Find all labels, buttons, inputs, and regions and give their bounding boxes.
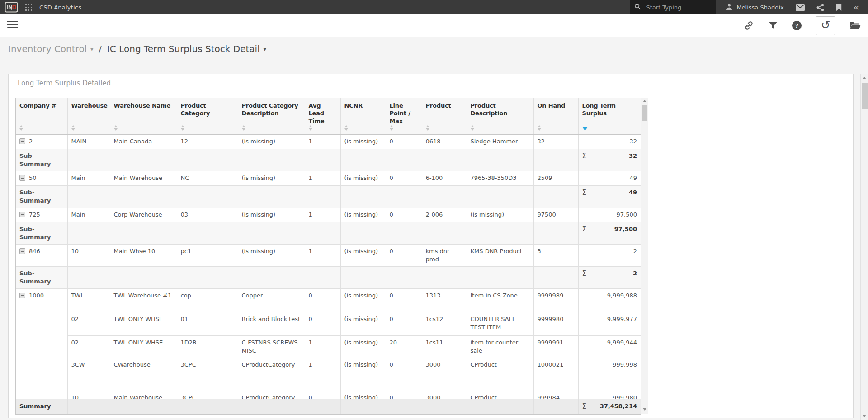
page-scrollbar-thumb[interactable] [862, 83, 868, 109]
breadcrumb-section-dropdown[interactable]: Inventory Control ▾ [8, 43, 93, 54]
infor-logo-icon[interactable] [5, 2, 18, 13]
column-header-company[interactable]: Company # [16, 98, 67, 134]
user-menu[interactable]: Melissa Shaddix [726, 3, 783, 12]
collapse-row-icon[interactable] [19, 138, 25, 144]
sort-desc-active-icon[interactable] [582, 127, 588, 131]
cell-line-point-max: 0 [386, 391, 422, 399]
cell-ncnr: (is missing) [340, 358, 386, 391]
app-grid-icon[interactable] [25, 4, 32, 11]
cell-product-category-description: CProductCategory [238, 358, 305, 391]
page-toolbar: ? ↺ [0, 14, 868, 37]
sort-toggle-icon[interactable] [181, 125, 184, 131]
cell-warehouse: 10 [67, 391, 110, 399]
column-label: Product Category Description [242, 102, 301, 117]
column-label: NCNR [344, 102, 382, 109]
sort-toggle-icon[interactable] [426, 125, 429, 131]
cell-product-category: 3CPC [177, 391, 238, 399]
menu-icon[interactable] [7, 21, 18, 30]
cell-product-category: 01 [177, 312, 238, 336]
filter-icon[interactable] [769, 21, 778, 30]
column-header-warehouse[interactable]: Warehouse [67, 98, 110, 134]
cell-avg-lead-time: 0 [305, 312, 340, 336]
company-number: 2 [29, 138, 33, 145]
column-header-long-term-surplus[interactable]: Long Term Surplus [578, 98, 641, 134]
column-header-product[interactable]: Product [422, 98, 467, 134]
cell-product-description: COUNTER SALE TEST ITEM [467, 312, 533, 336]
company-number: 1000 [29, 292, 44, 299]
sort-toggle-icon[interactable] [71, 125, 75, 131]
cell-empty [422, 267, 467, 289]
collapse-row-icon[interactable] [19, 212, 25, 217]
collapse-row-icon[interactable] [19, 293, 25, 298]
column-header-product-category-description[interactable]: Product Category Description [238, 98, 305, 134]
sub-summary-label: Sub-Summary [16, 222, 67, 245]
link-icon[interactable] [744, 20, 754, 31]
cell-empty [422, 399, 467, 414]
cell-empty [67, 149, 110, 171]
cell-empty [533, 186, 578, 208]
cell-line-point-max: 0 [386, 289, 422, 312]
breadcrumb-section-label: Inventory Control [8, 43, 87, 54]
column-header-product-description[interactable]: Product Description [467, 98, 533, 134]
sort-toggle-icon[interactable] [390, 125, 393, 131]
column-header-product-category[interactable]: Product Category [177, 98, 238, 134]
cell-product: 0618 [422, 135, 467, 149]
sort-toggle-icon[interactable] [242, 125, 245, 131]
share-icon[interactable] [816, 4, 824, 11]
scroll-up-icon[interactable] [641, 98, 648, 104]
sort-toggle-icon[interactable] [19, 125, 23, 131]
collapse-row-icon[interactable] [19, 248, 25, 254]
grid-body-viewport: 2MAINMain Canada12(is missing)1(is missi… [16, 135, 641, 399]
table-row: 1000TWLTWL Warehouse #1copCopper0(is mis… [16, 289, 641, 312]
cell-company: 1000 [16, 289, 67, 399]
cell-empty [177, 267, 238, 289]
sort-toggle-icon[interactable] [538, 125, 541, 131]
cell-product-description: KMS DNR Product [467, 245, 533, 267]
collapse-panel-icon[interactable]: « [854, 3, 859, 12]
cell-empty [533, 399, 578, 414]
cell-empty [177, 222, 238, 245]
scroll-down-icon[interactable] [861, 413, 868, 419]
table-scrollbar-thumb[interactable] [642, 105, 647, 121]
cell-empty [386, 149, 422, 171]
mail-icon[interactable] [796, 4, 805, 11]
column-header-on-hand[interactable]: On Hand [533, 98, 578, 134]
help-icon[interactable]: ? [792, 21, 802, 30]
table-scrollbar[interactable] [641, 98, 648, 414]
cell-product-description: CProduct [467, 391, 533, 399]
cell-empty [110, 399, 177, 414]
cell-line-point-max: 0 [386, 171, 422, 186]
reset-button[interactable]: ↺ [816, 16, 835, 35]
folder-icon[interactable] [849, 21, 861, 30]
cell-on-hand: 3 [533, 245, 578, 267]
sort-toggle-icon[interactable] [471, 125, 474, 131]
cell-product-description: (is missing) [467, 208, 533, 222]
scroll-up-icon[interactable] [861, 75, 868, 81]
cell-on-hand: 32 [533, 135, 578, 149]
cell-empty [467, 399, 533, 414]
cell-product: 6-100 [422, 171, 467, 186]
sigma-icon: Σ [582, 189, 586, 197]
cell-company: 846 [16, 245, 67, 267]
breadcrumb-page-dropdown[interactable]: IC Long Term Surplus Stock Detail ▾ [107, 43, 266, 54]
sort-toggle-icon[interactable] [344, 125, 348, 131]
cell-product-category-description: (is missing) [238, 135, 305, 149]
sort-toggle-icon[interactable] [114, 125, 118, 131]
cell-empty [110, 186, 177, 208]
sub-summary-label: Sub-Summary [16, 149, 67, 171]
page-scrollbar[interactable] [860, 74, 868, 420]
column-header-line-point-max[interactable]: Line Point / Max [386, 98, 422, 134]
scroll-down-icon[interactable] [641, 406, 648, 412]
search-input[interactable] [645, 4, 708, 11]
global-search[interactable] [630, 0, 716, 14]
column-header-avg-lead-time[interactable]: Avg Lead Time [305, 98, 340, 134]
sort-toggle-icon[interactable] [309, 125, 312, 131]
column-header-warehouse-name[interactable]: Warehouse Name [110, 98, 177, 134]
cell-empty [305, 186, 340, 208]
collapse-row-icon[interactable] [19, 175, 25, 181]
table-row: 02TWL ONLY WHSE1D2RC-FSTNRS SCREWS MISC1… [16, 336, 641, 358]
cell-empty [340, 149, 386, 171]
cell-long-term-surplus: 9,999,988 [578, 289, 641, 312]
bookmark-icon[interactable] [836, 4, 842, 11]
column-header-ncnr[interactable]: NCNR [340, 98, 386, 134]
